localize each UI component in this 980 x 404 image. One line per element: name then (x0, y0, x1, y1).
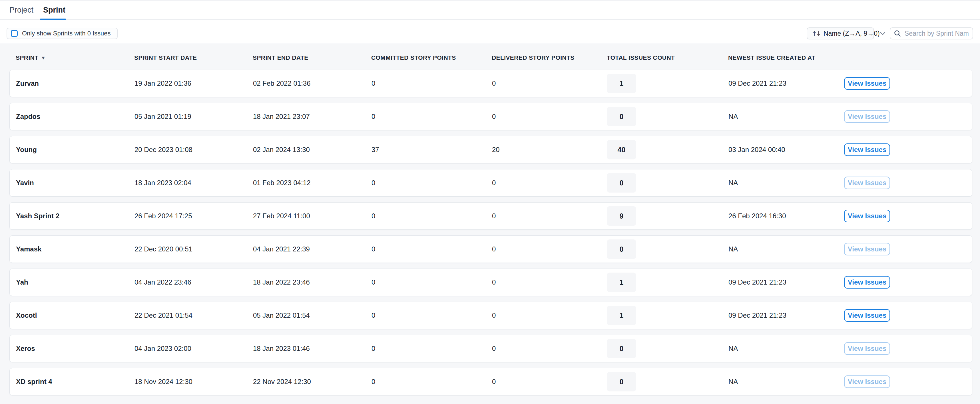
actions-cell: View Issues (844, 77, 972, 90)
total-issues-cell: 40 (607, 140, 729, 160)
column-header-sprint-start-date: SPRINT START DATE (134, 54, 253, 61)
delivered-story-points: 0 (492, 80, 607, 88)
sprint-end-date: 02 Jan 2024 13:30 (253, 146, 372, 154)
total-issues-badge: 0 (607, 240, 636, 259)
sprint-start-date: 04 Jan 2022 23:46 (135, 278, 253, 286)
newest-issue-created-at: NA (729, 345, 844, 353)
sprint-name: Zurvan (10, 80, 135, 88)
total-issues-cell: 0 (607, 107, 729, 126)
newest-issue-created-at: 26 Feb 2024 16:30 (729, 212, 844, 220)
sprint-name: Zapdos (10, 113, 135, 121)
sprint-search (890, 27, 973, 40)
sprint-table: SPRINT ▼ SPRINT START DATE SPRINT END DA… (0, 43, 980, 404)
sprint-start-date: 18 Nov 2024 12:30 (135, 378, 253, 386)
sprint-end-date: 18 Jan 2021 23:07 (253, 113, 372, 121)
table-row: Young 20 Dec 2023 01:08 02 Jan 2024 13:3… (10, 136, 972, 163)
view-issues-button[interactable]: View Issues (844, 309, 890, 322)
view-issues-button[interactable]: View Issues (844, 210, 890, 222)
newest-issue-created-at: 03 Jan 2024 00:40 (729, 146, 844, 154)
newest-issue-created-at: 09 Dec 2021 21:23 (729, 311, 844, 319)
view-issues-button: View Issues (844, 177, 890, 189)
sprint-name: Yash Sprint 2 (10, 212, 135, 220)
zero-issues-filter-label: Only show Sprints with 0 Issues (22, 30, 111, 37)
tab-sprint[interactable]: Sprint (43, 1, 65, 19)
total-issues-cell: 1 (607, 273, 729, 292)
table-row: Yamask 22 Dec 2020 00:51 04 Jan 2021 22:… (10, 235, 972, 263)
table-row: Yah 04 Jan 2022 23:46 18 Jan 2022 23:46 … (10, 268, 972, 296)
sprint-name: XD sprint 4 (10, 378, 135, 386)
newest-issue-created-at: NA (729, 378, 844, 386)
sprint-name: Yavin (10, 179, 135, 187)
chevron-down-icon (880, 32, 886, 35)
committed-story-points: 0 (372, 245, 492, 253)
sprint-start-date: 22 Dec 2020 00:51 (135, 245, 253, 253)
table-row: Xeros 04 Jan 2023 02:00 18 Jan 2023 01:4… (10, 335, 972, 362)
delivered-story-points: 0 (492, 113, 607, 121)
table-row: Zurvan 19 Jan 2022 01:36 02 Feb 2022 01:… (10, 70, 972, 97)
delivered-story-points: 0 (492, 278, 607, 286)
column-header-delivered-story-points: DELIVERED STORY POINTS (492, 54, 607, 61)
view-issues-button: View Issues (844, 243, 890, 255)
actions-cell: View Issues (844, 243, 972, 255)
sprint-end-date: 04 Jan 2021 22:39 (253, 245, 372, 253)
delivered-story-points: 0 (492, 311, 607, 319)
sprint-start-date: 19 Jan 2022 01:36 (135, 80, 253, 88)
committed-story-points: 0 (372, 345, 492, 353)
sprint-end-date: 05 Jan 2022 01:54 (253, 311, 372, 319)
view-issues-button: View Issues (844, 375, 890, 388)
view-issues-button[interactable]: View Issues (844, 77, 890, 90)
sprint-end-date: 27 Feb 2024 11:00 (253, 212, 372, 220)
actions-cell: View Issues (844, 177, 972, 189)
total-issues-badge: 9 (607, 206, 636, 226)
view-issues-button[interactable]: View Issues (844, 276, 890, 289)
sprint-end-date: 18 Jan 2022 23:46 (253, 278, 372, 286)
total-issues-badge: 0 (607, 372, 636, 391)
total-issues-cell: 1 (607, 306, 729, 325)
view-issues-button: View Issues (844, 342, 890, 355)
search-input[interactable] (905, 30, 969, 37)
committed-story-points: 0 (372, 80, 492, 88)
column-header-committed-story-points: COMMITTED STORY POINTS (371, 54, 492, 61)
zero-issues-checkbox[interactable] (11, 30, 18, 37)
sprint-start-date: 04 Jan 2023 02:00 (135, 345, 253, 353)
total-issues-badge: 0 (607, 339, 636, 358)
newest-issue-created-at: NA (729, 113, 844, 121)
view-issues-button: View Issues (844, 110, 890, 123)
sort-dropdown[interactable]: ↑↓ Name (Z→A, 9→0) (807, 27, 874, 40)
delivered-story-points: 0 (492, 212, 607, 220)
sprint-start-date: 26 Feb 2024 17:25 (135, 212, 253, 220)
delivered-story-points: 0 (492, 378, 607, 386)
table-body: Zurvan 19 Jan 2022 01:36 02 Feb 2022 01:… (10, 70, 972, 395)
delivered-story-points: 0 (492, 179, 607, 187)
delivered-story-points: 0 (492, 245, 607, 253)
sprint-name: Xocotl (10, 311, 135, 319)
actions-cell: View Issues (844, 210, 972, 222)
zero-issues-filter[interactable]: Only show Sprints with 0 Issues (6, 28, 118, 39)
total-issues-cell: 0 (607, 339, 729, 358)
total-issues-cell: 9 (607, 206, 729, 226)
delivered-story-points: 0 (492, 345, 607, 353)
total-issues-cell: 0 (607, 240, 729, 259)
table-header-row: SPRINT ▼ SPRINT START DATE SPRINT END DA… (10, 51, 972, 65)
total-issues-badge: 0 (607, 107, 636, 126)
sprint-name: Young (10, 146, 135, 154)
sprint-end-date: 01 Feb 2023 04:12 (253, 179, 372, 187)
newest-issue-created-at: 09 Dec 2021 21:23 (729, 80, 844, 88)
total-issues-badge: 40 (607, 140, 636, 160)
committed-story-points: 37 (372, 146, 492, 154)
total-issues-badge: 1 (607, 74, 636, 93)
table-row: XD sprint 4 18 Nov 2024 12:30 22 Nov 202… (10, 368, 972, 395)
view-issues-button[interactable]: View Issues (844, 144, 890, 156)
sort-caret-icon: ▼ (42, 56, 45, 60)
tab-project-label: Project (10, 6, 33, 14)
newest-issue-created-at: NA (729, 245, 844, 253)
sprint-name: Yah (10, 278, 135, 286)
actions-cell: View Issues (844, 342, 972, 355)
sort-arrows-icon: ↑↓ (812, 30, 820, 37)
committed-story-points: 0 (372, 278, 492, 286)
delivered-story-points: 20 (492, 146, 607, 154)
column-header-sprint[interactable]: SPRINT ▼ (10, 54, 134, 61)
tab-project[interactable]: Project (10, 1, 33, 19)
newest-issue-created-at: 09 Dec 2021 21:23 (729, 278, 844, 286)
total-issues-badge: 0 (607, 173, 636, 193)
